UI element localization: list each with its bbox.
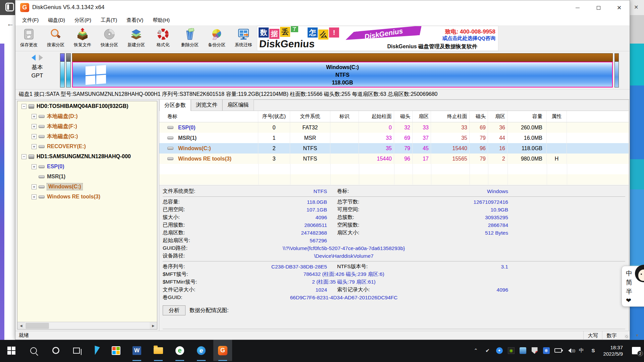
task-view-button[interactable]: [67, 340, 86, 361]
menu-view[interactable]: 查看(V): [123, 16, 147, 25]
partition-name: Windows(C:): [73, 63, 612, 71]
collapse-icon[interactable]: −: [21, 154, 26, 159]
diskgenius-icon: G: [218, 346, 227, 355]
tree-horizontal-scrollbar[interactable]: ◄ ►: [17, 322, 157, 329]
edge-button[interactable]: e: [192, 340, 211, 361]
battery-plug-icon[interactable]: [554, 348, 562, 353]
ime-halfwidth-mode[interactable]: 半: [626, 287, 644, 296]
resize-grip[interactable]: [621, 331, 630, 340]
expand-icon[interactable]: +: [32, 164, 37, 169]
tree-item-hd0[interactable]: − HD0:TOSHIBAMQ04ABF100(932GB): [17, 101, 157, 111]
tree-item-local-d[interactable]: + 本地磁盘(D:): [17, 111, 157, 121]
green-browser-button[interactable]: e: [170, 340, 189, 361]
tree-item-recovery-e[interactable]: + RECOVERY(E:): [17, 141, 157, 152]
heart-icon[interactable]: ❤: [626, 296, 644, 305]
minimize-button[interactable]: [567, 0, 588, 15]
prev-disk-icon[interactable]: [32, 55, 36, 61]
microsoft-store-button[interactable]: [107, 340, 125, 361]
expand-icon[interactable]: +: [32, 184, 37, 189]
action-center-button[interactable]: 2: [632, 347, 641, 354]
volume-icon: [39, 145, 45, 148]
backup-partition-button[interactable]: 备份分区: [203, 26, 230, 51]
empty-table-rows: [159, 164, 629, 185]
volume-icon: [39, 135, 45, 138]
toolbar-label: 恢复文件: [74, 42, 91, 48]
cortana-button[interactable]: [46, 340, 65, 361]
menu-tools[interactable]: 工具(T): [97, 16, 120, 25]
diskgenius-taskbar-button[interactable]: G: [213, 340, 232, 361]
tree-item-local-f[interactable]: + 本地磁盘(F:): [17, 121, 157, 131]
system-migrate-button[interactable]: 系统迁移: [230, 26, 257, 51]
next-disk-icon[interactable]: [39, 55, 43, 61]
table-row-esp[interactable]: ESP(0) 0 FAT32 0 32 33 33 69 36 260.0MB: [159, 122, 629, 133]
intel-graphics-icon[interactable]: [520, 347, 526, 354]
recover-files-button[interactable]: 恢复文件: [69, 26, 96, 51]
partition-block-windows-c[interactable]: Windows(C:) NTFS 118.0GB: [72, 53, 613, 87]
save-changes-icon: [22, 27, 36, 41]
expand-icon[interactable]: +: [32, 134, 37, 139]
search-partition-button[interactable]: 搜索分区: [42, 26, 69, 51]
maximize-button[interactable]: [588, 0, 609, 15]
toolbar-label: 保存更改: [20, 42, 38, 48]
file-explorer-button[interactable]: [149, 340, 168, 361]
sogou-pinyin-icon[interactable]: S: [590, 347, 597, 354]
divider: [163, 261, 625, 261]
partition-block-msr[interactable]: [66, 53, 71, 87]
menu-file[interactable]: 文件(F): [19, 16, 42, 25]
close-button[interactable]: ✕: [609, 0, 630, 15]
green-browser-icon: e: [175, 346, 184, 355]
table-row-msr[interactable]: MSR(1) 1 MSR 33 69 37 35 79 44 16.0MB: [159, 133, 629, 143]
tree-item-esp[interactable]: + ESP(0): [17, 162, 157, 172]
scroll-right-icon[interactable]: ►: [150, 322, 157, 329]
partition-block-esp[interactable]: [60, 53, 65, 87]
ime-chinese-indicator[interactable]: 中: [578, 347, 585, 354]
format-icon: [156, 27, 170, 41]
tree-item-windows-c[interactable]: + Windows(C:): [17, 182, 157, 192]
tree-item-windows-re-tools[interactable]: + Windows RE tools(3): [17, 192, 157, 202]
tab-sector-edit[interactable]: 扇区编辑: [222, 99, 254, 111]
scrollbar-thumb[interactable]: [25, 323, 49, 329]
tab-browse-files[interactable]: 浏览文件: [191, 99, 222, 111]
tree-item-msr[interactable]: MSR(1): [17, 172, 157, 182]
flash-app-button[interactable]: [87, 340, 105, 361]
promo-banner[interactable]: 数 据 丢 了 怎 么 ! DiskGenius DiskGenius 致电: …: [257, 26, 498, 51]
quick-partition-button[interactable]: 快速分区: [96, 26, 123, 51]
expand-icon[interactable]: +: [32, 114, 37, 119]
toolbar-label: 快速分区: [101, 42, 118, 48]
partition-block-re-tools[interactable]: [614, 53, 619, 87]
folder-icon: [154, 347, 163, 354]
scroll-left-icon[interactable]: ◄: [17, 322, 25, 329]
tree-item-hd1[interactable]: − HD1:SAMSUNGMZNLN128HAHQ-000: [17, 152, 157, 162]
format-button[interactable]: 格式化: [150, 26, 176, 51]
new-partition-button[interactable]: 新建分区: [123, 26, 150, 51]
menu-help[interactable]: 帮助(H): [149, 16, 173, 25]
table-row-windows-re-tools[interactable]: Windows RE tools(3) 3 NTFS 15440 96 17 1…: [159, 154, 629, 164]
tree-item-local-g[interactable]: + 本地磁盘(G:): [17, 131, 157, 141]
taskbar-clock[interactable]: 18:37 2022/5/9: [603, 344, 623, 357]
menu-partition[interactable]: 分区(P): [71, 16, 95, 25]
analyze-button[interactable]: 分析: [163, 305, 185, 315]
delete-partition-button[interactable]: 删除分区: [176, 26, 203, 51]
updater-check-icon[interactable]: ✔: [484, 347, 491, 354]
partition-size: 118.0GB: [73, 79, 612, 86]
word-button[interactable]: W: [127, 340, 146, 361]
feishu-bird-icon[interactable]: ✦: [496, 347, 503, 354]
tray-expand-chevron-icon[interactable]: ⌃: [472, 347, 480, 354]
banner-qq-link[interactable]: 或点击此处选择QQ咨询: [442, 35, 495, 42]
selected-tree-label: Windows(C:): [47, 183, 83, 190]
tab-partition-params[interactable]: 分区参数: [159, 99, 191, 111]
table-row-windows-c-selected[interactable]: Windows(C:) 2 NTFS 35 79 45 15440 96 16 …: [159, 143, 629, 154]
expand-icon[interactable]: +: [32, 144, 37, 149]
save-changes-button[interactable]: 保存更改: [15, 26, 42, 51]
expand-icon[interactable]: +: [32, 124, 37, 129]
snowflake-app-icon[interactable]: ❄: [543, 347, 550, 354]
expand-icon[interactable]: +: [32, 194, 37, 199]
collapse-icon[interactable]: −: [21, 104, 26, 109]
system-tray: ⌃ ✔ ✦ ◉ ✕ ❄ ))) 中 S 18:37 2022/5/9 2: [472, 340, 644, 361]
menu-disk[interactable]: 磁盘(D): [45, 16, 68, 25]
start-button[interactable]: [2, 340, 21, 361]
volume-speaker-icon[interactable]: ))): [568, 348, 571, 353]
taskbar-search-button[interactable]: [24, 340, 43, 361]
nvidia-settings-icon[interactable]: ◉: [508, 347, 515, 354]
defender-alert-shield-icon[interactable]: ✕: [532, 347, 538, 354]
